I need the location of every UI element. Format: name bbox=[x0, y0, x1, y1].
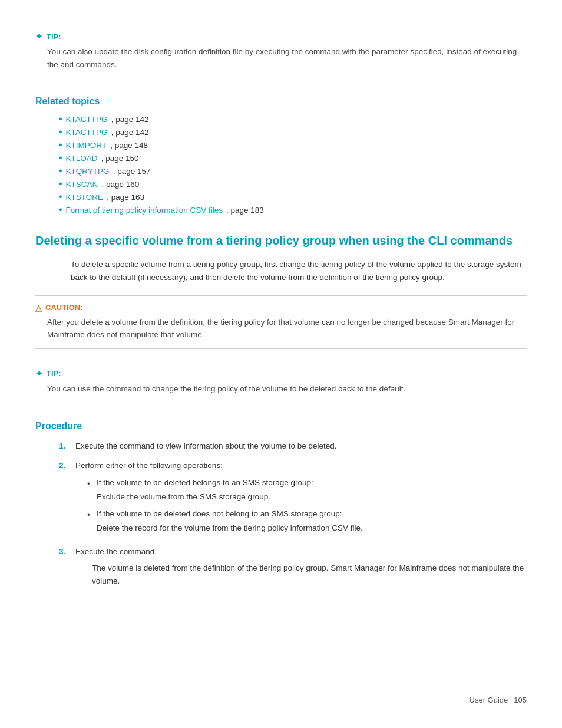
step-num-3: 3. bbox=[59, 545, 71, 588]
step-content-3: Execute the command. The volume is delet… bbox=[75, 545, 527, 588]
tip-content-1: You can also update the disk configurati… bbox=[35, 45, 527, 71]
list-item: KTQRYTPG , page 157 bbox=[59, 166, 527, 176]
caution-content: After you delete a volume from the defin… bbox=[35, 316, 527, 341]
ktacttpg-link-2[interactable]: KTACTTPG bbox=[66, 128, 108, 137]
list-item-text: , page 160 bbox=[101, 180, 139, 189]
sub-list-2: • If the volume to be deleted belongs to… bbox=[75, 476, 527, 535]
tip-content-2: You can use the command to change the ti… bbox=[35, 383, 527, 396]
footer: User Guide 105 bbox=[470, 696, 527, 704]
sub-list-item: • If the volume to be deleted belongs to… bbox=[87, 476, 527, 503]
list-item: Format of tiering policy information CSV… bbox=[59, 205, 527, 215]
ktacttpg-link-1[interactable]: KTACTTPG bbox=[66, 115, 108, 124]
footer-guide: User Guide bbox=[470, 696, 508, 704]
list-item: KTACTTPG , page 142 bbox=[59, 114, 527, 124]
related-topics-heading: Related topics bbox=[35, 96, 527, 107]
list-item: KTIMPORT , page 148 bbox=[59, 140, 527, 150]
related-topics-section: Related topics KTACTTPG , page 142 KTACT… bbox=[35, 96, 527, 215]
list-item: KTSCAN , page 160 bbox=[59, 179, 527, 189]
list-item-text: , page 142 bbox=[111, 115, 149, 124]
ktscan-link[interactable]: KTSCAN bbox=[66, 180, 98, 189]
caution-box: △ CAUTION: After you delete a volume fro… bbox=[35, 295, 527, 349]
ktqrytpg-link[interactable]: KTQRYTPG bbox=[66, 167, 110, 176]
list-item-text: , page 142 bbox=[111, 128, 149, 137]
tip-label-2: ✦ TIP: bbox=[35, 368, 527, 379]
tip-box-1: ✦ TIP: You can also update the disk conf… bbox=[35, 24, 527, 78]
sub-bullet-1: • If the volume to be deleted belongs to… bbox=[87, 476, 527, 490]
list-item-text: , page 148 bbox=[110, 141, 148, 150]
list-item-text: , page 163 bbox=[107, 193, 144, 202]
procedure-heading: Procedure bbox=[35, 421, 527, 431]
tip-box-2: ✦ TIP: You can use the command to change… bbox=[35, 361, 527, 403]
step-num-2: 2. bbox=[59, 459, 71, 538]
tip-icon-2: ✦ bbox=[35, 368, 43, 379]
step-content-1: Execute the command to view information … bbox=[75, 440, 527, 453]
list-item-text: , page 157 bbox=[113, 167, 151, 176]
ktload-link[interactable]: KTLOAD bbox=[66, 154, 98, 163]
sub-bullet-2: • If the volume to be deleted does not b… bbox=[87, 508, 527, 522]
intro-paragraph: To delete a specific volume from a tieri… bbox=[35, 258, 527, 285]
footer-page: 105 bbox=[514, 696, 527, 704]
step-content-2: Perform either of the following operatio… bbox=[75, 459, 527, 538]
procedure-section: Procedure 1. Execute the command to view… bbox=[35, 421, 527, 588]
procedure-step-1: 1. Execute the command to view informati… bbox=[59, 440, 527, 453]
format-csv-link[interactable]: Format of tiering policy information CSV… bbox=[66, 206, 223, 215]
procedure-step-2: 2. Perform either of the following opera… bbox=[59, 459, 527, 538]
step-follow-3: The volume is deleted from the definitio… bbox=[75, 562, 527, 588]
list-item-text: , page 183 bbox=[226, 206, 264, 215]
sub-list-item: • If the volume to be deleted does not b… bbox=[87, 507, 527, 535]
step-num-1: 1. bbox=[59, 440, 71, 453]
tip-icon-1: ✦ bbox=[35, 31, 43, 42]
list-item: KTLOAD , page 150 bbox=[59, 153, 527, 163]
caution-icon: △ bbox=[35, 303, 42, 312]
main-heading: Deleting a specific volume from a tierin… bbox=[35, 233, 527, 249]
list-item: KTACTTPG , page 142 bbox=[59, 127, 527, 137]
ktimport-link[interactable]: KTIMPORT bbox=[66, 141, 107, 150]
list-item: KTSTORE , page 163 bbox=[59, 192, 527, 202]
caution-label: △ CAUTION: bbox=[35, 303, 527, 312]
related-topics-list: KTACTTPG , page 142 KTACTTPG , page 142 … bbox=[35, 114, 527, 215]
tip-label-1: ✦ TIP: bbox=[35, 31, 527, 42]
ktstore-link[interactable]: KTSTORE bbox=[66, 193, 104, 202]
list-item-text: , page 150 bbox=[101, 154, 139, 163]
procedure-step-3: 3. Execute the command. The volume is de… bbox=[59, 545, 527, 588]
procedure-list: 1. Execute the command to view informati… bbox=[35, 440, 527, 588]
